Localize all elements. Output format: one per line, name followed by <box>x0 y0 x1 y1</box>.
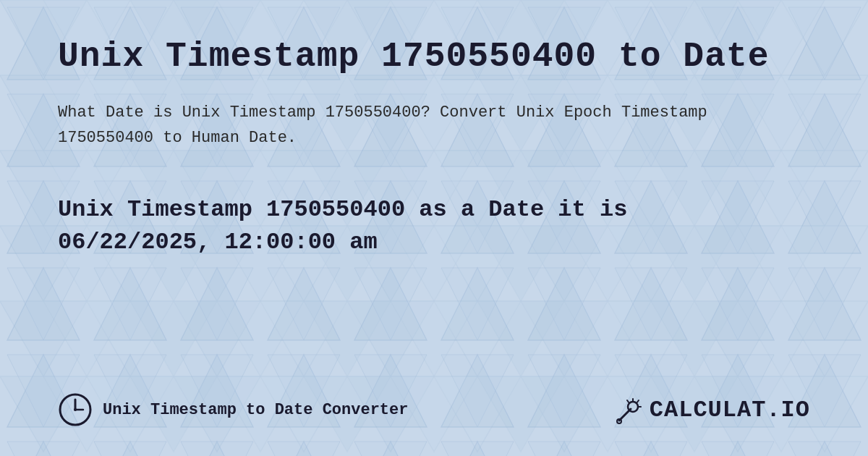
result-text: Unix Timestamp 1750550400 as a Date it i… <box>58 194 810 259</box>
logo-area[interactable]: CALCULAT.IO <box>613 394 810 425</box>
logo-icon <box>613 394 644 425</box>
result-line2: 06/22/2025, 12:00:00 am <box>58 229 378 256</box>
svg-line-130 <box>637 400 639 403</box>
result-section: Unix Timestamp 1750550400 as a Date it i… <box>58 194 810 259</box>
clock-icon <box>58 392 93 427</box>
footer-link-label[interactable]: Unix Timestamp to Date Converter <box>103 401 408 419</box>
svg-point-125 <box>74 408 77 411</box>
description-text: What Date is Unix Timestamp 1750550400? … <box>58 100 810 151</box>
page-title: Unix Timestamp 1750550400 to Date <box>58 36 810 78</box>
footer: Unix Timestamp to Date Converter <box>58 378 810 427</box>
footer-left[interactable]: Unix Timestamp to Date Converter <box>58 392 408 427</box>
logo-text: CALCULAT.IO <box>650 397 810 423</box>
svg-line-128 <box>627 400 629 403</box>
top-section: Unix Timestamp 1750550400 to Date What D… <box>58 36 810 180</box>
result-line1: Unix Timestamp 1750550400 as a Date it i… <box>58 196 627 223</box>
